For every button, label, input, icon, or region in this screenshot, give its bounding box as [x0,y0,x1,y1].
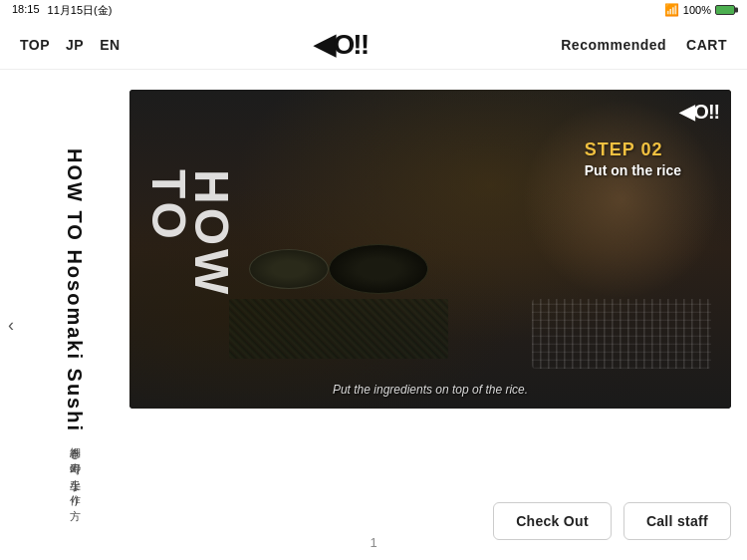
status-indicators: 📶 100% [664,3,735,17]
sidebar-text: HOW TO Hosomaki Sushi 細巻き寿司の上手な作り方 [64,148,86,502]
nav-right: Recommended CART [561,37,727,53]
nav-top-link[interactable]: TOP [20,37,50,53]
status-bar: 18:15 11月15日(金) 📶 100% [0,0,747,20]
nav-recommended-link[interactable]: Recommended [561,37,666,53]
video-how-to-text: HOW TO [147,169,233,329]
video-background: HOW TO ◀O‼ STEP 02 Put on the rice Put t… [129,90,731,409]
video-caption: Put the ingredients on top of the rice. [333,383,528,397]
sidebar: ‹ HOW TO Hosomaki Sushi 細巻き寿司の上手な作り方 [0,90,129,560]
nav-lang-jp[interactable]: JP [66,37,84,53]
hand-area [522,100,721,299]
nav-cart-link[interactable]: CART [686,37,727,53]
status-time: 18:15 [12,3,40,18]
nav-logo[interactable]: ◀O‼ [314,28,369,61]
food-bowl-2 [329,244,428,294]
nav-lang-en[interactable]: EN [100,37,120,53]
video-step-desc: Put on the rice [585,162,681,178]
prev-button[interactable]: ‹ [8,316,14,334]
battery-icon [715,5,735,15]
video-container[interactable]: HOW TO ◀O‼ STEP 02 Put on the rice Put t… [129,90,731,409]
signal-strength: 100% [683,4,711,16]
sidebar-jp-title: 細巻き寿司の上手な作り方 [67,438,82,502]
call-staff-button[interactable]: Call staff [623,502,731,540]
food-bowl-1 [249,249,329,289]
nav-bar: TOP JP EN ◀O‼ Recommended CART [0,20,747,70]
page-number: 1 [370,535,376,550]
status-date: 11月15日(金) [48,3,113,18]
rice-area [532,299,711,369]
video-step-label: STEP 02 [585,140,681,160]
main-content: ‹ HOW TO Hosomaki Sushi 細巻き寿司の上手な作り方 HOW… [0,70,747,560]
nav-left: TOP JP EN [20,37,121,53]
bottom-buttons: Check Out Call staff [493,502,731,540]
video-step-info: STEP 02 Put on the rice [585,140,681,178]
status-time-date: 18:15 11月15日(金) [12,3,112,18]
nori-area [229,299,448,359]
checkout-button[interactable]: Check Out [493,502,612,540]
wifi-icon: 📶 [664,3,679,17]
sidebar-main-title: HOW TO Hosomaki Sushi [64,148,86,432]
video-logo-overlay: ◀O‼ [679,100,719,124]
